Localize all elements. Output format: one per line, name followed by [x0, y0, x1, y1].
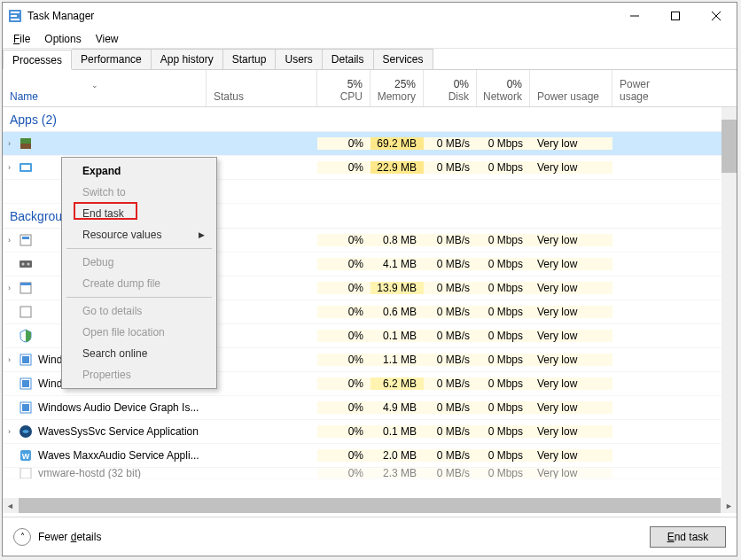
ctx-end-task[interactable]: End task [65, 203, 214, 224]
context-menu: Expand Switch to End task Resource value… [61, 157, 217, 389]
process-icon [19, 233, 33, 247]
svg-rect-13 [22, 237, 29, 239]
cell-power: Very low [530, 137, 612, 150]
scrollbar-horizontal[interactable]: ◄ ► [3, 498, 737, 513]
cell-cpu: 0% [317, 330, 370, 342]
process-icon [19, 353, 33, 367]
process-row[interactable]: vmware-hostd (32 bit)0%2.3 MB0 MB/s0 Mbp… [3, 468, 737, 479]
ctx-search-online[interactable]: Search online [65, 343, 214, 364]
process-row[interactable]: ›WavesSysSvc Service Application0%0.1 MB… [3, 420, 737, 444]
menu-options[interactable]: Options [37, 30, 88, 48]
header-disk-label: Disk [448, 90, 469, 103]
ctx-separator [66, 297, 212, 298]
col-power2[interactable]: Power usage [612, 70, 681, 106]
svg-rect-3 [11, 19, 20, 20]
scrollbar-thumb-horizontal[interactable] [19, 498, 721, 513]
expand-icon[interactable]: › [8, 355, 19, 364]
maximize-button[interactable] [655, 3, 696, 29]
process-name: vmware-hostd (32 bit) [38, 468, 141, 479]
fewer-details-button[interactable]: ˄ Fewer details [13, 528, 101, 546]
cell-network: 0 Mbps [477, 161, 530, 174]
cell-disk: 0 MB/s [424, 449, 477, 462]
menu-view[interactable]: View [89, 30, 126, 48]
col-cpu[interactable]: 5%CPU [317, 70, 370, 106]
ctx-debug[interactable]: Debug [65, 252, 214, 273]
process-icon [19, 136, 33, 151]
cell-cpu: 0% [317, 425, 370, 438]
group-apps[interactable]: Apps (2) [3, 107, 737, 132]
cell-cpu: 0% [317, 161, 370, 174]
scrollbar-thumb-vertical[interactable] [722, 120, 737, 173]
process-row[interactable]: ›0%69.2 MB0 MB/s0 MbpsVery low [3, 132, 737, 156]
ctx-create-dump[interactable]: Create dump file [65, 273, 214, 294]
tab-processes[interactable]: Processes [3, 50, 72, 70]
chevron-up-circle-icon: ˄ [13, 528, 31, 546]
process-icon [19, 424, 33, 439]
tab-users[interactable]: Users [276, 49, 322, 69]
cell-network: 0 Mbps [477, 234, 530, 246]
header-disk-pct: 0% [454, 78, 469, 90]
process-row[interactable]: Windows Audio Device Graph Is...0%4.9 MB… [3, 396, 737, 420]
cell-disk: 0 MB/s [424, 425, 477, 438]
cell-memory: 0.1 MB [370, 330, 424, 342]
process-icon [19, 160, 33, 175]
cell-network: 0 Mbps [477, 137, 530, 150]
col-name[interactable]: ⌄ Name [3, 70, 207, 106]
app-icon [8, 9, 22, 23]
svg-point-16 [27, 263, 30, 266]
ctx-open-location[interactable]: Open file location [65, 322, 214, 343]
col-power[interactable]: Power usage [530, 70, 612, 106]
expand-icon[interactable]: › [8, 236, 19, 245]
scroll-left-button[interactable]: ◄ [3, 498, 18, 513]
cell-disk: 0 MB/s [424, 282, 477, 294]
cell-power: Very low [530, 449, 612, 462]
cell-memory: 0.6 MB [370, 306, 424, 318]
chevron-down-icon: ⌄ [91, 81, 98, 89]
svg-rect-2 [11, 15, 17, 17]
process-icon [19, 377, 33, 391]
expand-icon[interactable]: › [8, 284, 19, 292]
tab-details[interactable]: Details [323, 49, 374, 69]
menu-file[interactable]: File [6, 30, 37, 48]
footer: ˄ Fewer details End task [3, 517, 737, 556]
cell-cpu: 0% [317, 354, 370, 366]
tab-performance[interactable]: Performance [72, 49, 152, 69]
cell-memory: 0.1 MB [370, 425, 424, 438]
header-mem-pct: 25% [394, 78, 416, 90]
cell-memory: 6.2 MB [370, 377, 424, 390]
end-task-button[interactable]: End task [650, 526, 726, 548]
col-disk[interactable]: 0%Disk [424, 70, 477, 106]
svg-rect-5 [672, 12, 680, 20]
tab-services[interactable]: Services [374, 49, 433, 69]
close-button[interactable] [696, 3, 737, 29]
ctx-go-details[interactable]: Go to details [65, 300, 214, 322]
col-memory[interactable]: 25%Memory [370, 70, 424, 106]
cell-network: 0 Mbps [477, 282, 530, 294]
expand-icon[interactable]: › [8, 139, 19, 148]
process-row[interactable]: WWaves MaxxAudio Service Appli...0%2.0 M… [3, 444, 737, 468]
process-icon: W [19, 448, 33, 463]
tab-app-history[interactable]: App history [152, 49, 223, 69]
ctx-expand[interactable]: Expand [65, 160, 214, 182]
tab-startup[interactable]: Startup [223, 49, 277, 69]
scroll-right-button[interactable]: ► [722, 498, 737, 513]
process-name: WavesSysSvc Service Application [38, 425, 199, 438]
process-icon [19, 257, 33, 271]
ctx-switch-to[interactable]: Switch to [65, 182, 214, 203]
ctx-properties[interactable]: Properties [65, 364, 214, 385]
cell-memory: 13.9 MB [370, 282, 424, 294]
cell-disk: 0 MB/s [424, 354, 477, 366]
ctx-resource-values[interactable]: Resource values▶ [65, 224, 214, 245]
scrollbar-vertical[interactable] [722, 107, 737, 498]
cell-power: Very low [530, 354, 612, 366]
cell-disk: 0 MB/s [424, 468, 477, 479]
cell-network: 0 Mbps [477, 354, 530, 366]
process-icon [19, 329, 33, 343]
expand-icon[interactable]: › [8, 427, 19, 436]
expand-icon[interactable]: › [8, 163, 19, 172]
minimize-button[interactable] [614, 3, 655, 29]
cell-disk: 0 MB/s [424, 234, 477, 246]
col-status[interactable]: Status [207, 70, 317, 106]
cell-power: Very low [530, 306, 612, 318]
col-network[interactable]: 0%Network [477, 70, 530, 106]
